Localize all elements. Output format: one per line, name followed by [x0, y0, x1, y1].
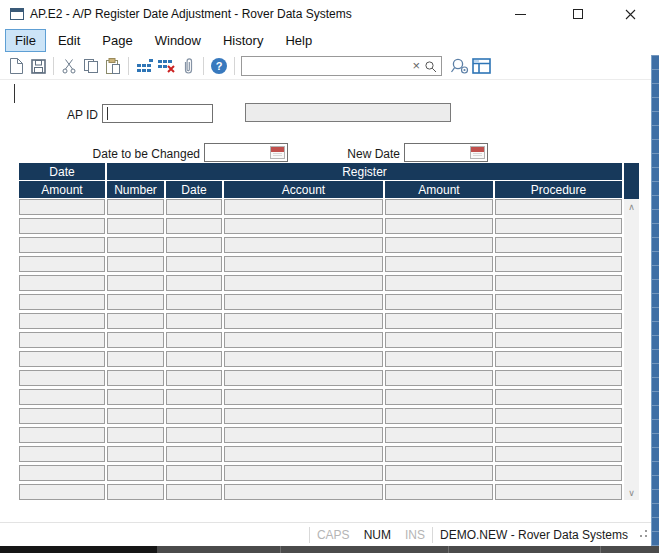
table-cell[interactable]: [19, 484, 105, 500]
table-cell[interactable]: [107, 275, 164, 291]
table-cell[interactable]: [19, 351, 105, 367]
resize-grip[interactable]: [635, 526, 649, 544]
table-cell[interactable]: [495, 389, 622, 405]
table-cell[interactable]: [19, 256, 105, 272]
table-cell[interactable]: [166, 427, 222, 443]
table-cell[interactable]: [495, 427, 622, 443]
table-cell[interactable]: [107, 465, 164, 481]
table-row[interactable]: [19, 351, 624, 367]
table-cell[interactable]: [495, 199, 622, 215]
table-cell[interactable]: [495, 237, 622, 253]
table-cell[interactable]: [107, 218, 164, 234]
new-document-button[interactable]: [5, 55, 27, 77]
insert-rows-button[interactable]: [133, 55, 155, 77]
table-cell[interactable]: [19, 313, 105, 329]
table-cell[interactable]: [107, 237, 164, 253]
table-cell[interactable]: [166, 294, 222, 310]
table-row[interactable]: [19, 465, 624, 481]
calendar-icon[interactable]: [270, 146, 285, 159]
table-cell[interactable]: [495, 408, 622, 424]
table-cell[interactable]: [166, 275, 222, 291]
table-row[interactable]: [19, 237, 624, 253]
vertical-scrollbar[interactable]: ∧ ∨: [624, 199, 639, 500]
table-cell[interactable]: [107, 294, 164, 310]
copy-button[interactable]: [80, 55, 102, 77]
table-cell[interactable]: [224, 389, 383, 405]
table-row[interactable]: [19, 218, 624, 234]
table-row[interactable]: [19, 256, 624, 272]
table-cell[interactable]: [107, 332, 164, 348]
table-cell[interactable]: [166, 465, 222, 481]
table-cell[interactable]: [224, 256, 383, 272]
table-cell[interactable]: [385, 275, 493, 291]
table-row[interactable]: [19, 446, 624, 462]
table-cell[interactable]: [385, 237, 493, 253]
table-cell[interactable]: [107, 256, 164, 272]
table-cell[interactable]: [224, 294, 383, 310]
table-cell[interactable]: [166, 370, 222, 386]
table-cell[interactable]: [224, 484, 383, 500]
menu-item-page[interactable]: Page: [92, 29, 142, 52]
table-row[interactable]: [19, 275, 624, 291]
table-cell[interactable]: [495, 275, 622, 291]
table-cell[interactable]: [224, 237, 383, 253]
table-cell[interactable]: [385, 199, 493, 215]
table-cell[interactable]: [224, 275, 383, 291]
table-cell[interactable]: [385, 370, 493, 386]
attachment-button[interactable]: [177, 55, 199, 77]
save-button[interactable]: [27, 55, 49, 77]
table-cell[interactable]: [385, 484, 493, 500]
table-cell[interactable]: [495, 218, 622, 234]
table-row[interactable]: [19, 389, 624, 405]
table-cell[interactable]: [166, 332, 222, 348]
table-cell[interactable]: [19, 465, 105, 481]
table-row[interactable]: [19, 294, 624, 310]
table-cell[interactable]: [224, 427, 383, 443]
menu-item-file[interactable]: File: [5, 29, 46, 52]
table-row[interactable]: [19, 332, 624, 348]
table-cell[interactable]: [224, 351, 383, 367]
table-cell[interactable]: [166, 408, 222, 424]
table-cell[interactable]: [107, 446, 164, 462]
table-cell[interactable]: [19, 408, 105, 424]
table-row[interactable]: [19, 199, 624, 215]
menu-item-history[interactable]: History: [213, 29, 273, 52]
maximize-button[interactable]: [561, 0, 595, 28]
table-cell[interactable]: [19, 237, 105, 253]
close-button[interactable]: [613, 0, 647, 28]
help-button[interactable]: ?: [208, 55, 230, 77]
table-cell[interactable]: [107, 408, 164, 424]
table-cell[interactable]: [19, 389, 105, 405]
table-cell[interactable]: [107, 351, 164, 367]
table-cell[interactable]: [19, 427, 105, 443]
table-cell[interactable]: [107, 484, 164, 500]
table-cell[interactable]: [107, 389, 164, 405]
table-cell[interactable]: [385, 389, 493, 405]
table-cell[interactable]: [495, 256, 622, 272]
table-cell[interactable]: [166, 446, 222, 462]
delete-rows-button[interactable]: [155, 55, 177, 77]
table-cell[interactable]: [19, 199, 105, 215]
table-cell[interactable]: [19, 218, 105, 234]
cut-button[interactable]: [58, 55, 80, 77]
ap-id-input[interactable]: [102, 104, 213, 123]
table-cell[interactable]: [166, 389, 222, 405]
layout-grid-button[interactable]: [470, 55, 492, 77]
menu-item-help[interactable]: Help: [275, 29, 322, 52]
table-cell[interactable]: [385, 256, 493, 272]
table-cell[interactable]: [224, 313, 383, 329]
table-cell[interactable]: [385, 351, 493, 367]
table-cell[interactable]: [495, 465, 622, 481]
table-cell[interactable]: [166, 484, 222, 500]
table-row[interactable]: [19, 427, 624, 443]
table-cell[interactable]: [385, 446, 493, 462]
menu-item-edit[interactable]: Edit: [48, 29, 90, 52]
table-row[interactable]: [19, 370, 624, 386]
table-cell[interactable]: [495, 313, 622, 329]
table-cell[interactable]: [495, 351, 622, 367]
table-cell[interactable]: [19, 294, 105, 310]
new-date-input[interactable]: [405, 144, 467, 161]
table-cell[interactable]: [224, 218, 383, 234]
search-clear-icon[interactable]: ×: [408, 57, 424, 75]
scroll-down-icon[interactable]: ∨: [624, 485, 639, 500]
